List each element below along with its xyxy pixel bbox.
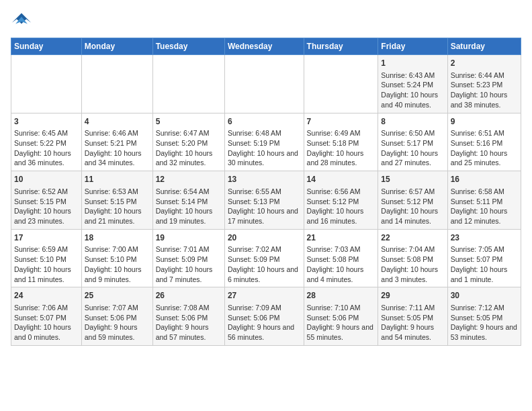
day-number: 17 [14,232,79,244]
calendar-week-row: 3Sunrise: 6:45 AMSunset: 5:22 PMDaylight… [11,113,521,171]
day-info: Daylight: 9 hours and 53 minutes. [451,322,518,342]
calendar-cell: 7Sunrise: 6:49 AMSunset: 5:18 PMDaylight… [304,113,378,171]
day-info: Sunset: 5:08 PM [381,255,444,265]
day-info: Daylight: 10 hours and 7 minutes. [156,265,222,284]
weekday-header: Thursday [304,38,378,55]
calendar-week-row: 1Sunrise: 6:43 AMSunset: 5:24 PMDaylight… [11,55,521,113]
day-info: Sunrise: 6:50 AM [381,128,444,138]
calendar-cell: 20Sunrise: 7:02 AMSunset: 5:09 PMDayligh… [224,229,304,287]
weekday-header: Friday [378,38,447,55]
calendar-cell [11,55,82,113]
day-info: Sunrise: 6:43 AM [381,71,444,81]
day-number: 26 [156,290,222,302]
day-info: Sunset: 5:23 PM [451,80,518,90]
day-info: Sunset: 5:20 PM [156,138,222,148]
calendar-cell: 10Sunrise: 6:52 AMSunset: 5:15 PMDayligh… [11,171,82,230]
calendar-cell: 27Sunrise: 7:09 AMSunset: 5:06 PMDayligh… [224,287,304,346]
day-info: Daylight: 10 hours and 25 minutes. [451,148,518,168]
day-info: Sunset: 5:10 PM [85,255,150,265]
day-info: Daylight: 10 hours and 11 minutes. [14,265,79,284]
day-info: Sunrise: 7:06 AM [14,303,79,313]
day-info: Sunset: 5:17 PM [381,138,444,148]
day-number: 23 [451,232,518,244]
calendar-cell: 3Sunrise: 6:45 AMSunset: 5:22 PMDaylight… [11,113,82,171]
calendar-cell [152,55,224,113]
day-info: Sunset: 5:24 PM [381,80,444,90]
calendar-cell: 1Sunrise: 6:43 AMSunset: 5:24 PMDaylight… [378,55,447,113]
day-number: 10 [14,174,79,185]
day-number: 6 [228,116,301,128]
day-number: 13 [228,174,301,185]
calendar-header: SundayMondayTuesdayWednesdayThursdayFrid… [11,38,521,55]
calendar-cell [81,55,152,113]
day-info: Sunrise: 6:57 AM [381,187,444,197]
day-number: 1 [381,58,444,69]
day-info: Daylight: 10 hours and 30 minutes. [228,148,301,168]
calendar-week-row: 17Sunrise: 6:59 AMSunset: 5:10 PMDayligh… [11,229,521,287]
calendar-cell: 9Sunrise: 6:51 AMSunset: 5:16 PMDaylight… [447,113,521,171]
day-info: Sunrise: 6:51 AM [451,128,518,138]
logo-icon [11,11,32,32]
day-info: Daylight: 10 hours and 16 minutes. [307,206,375,226]
logo [11,11,35,32]
day-info: Sunset: 5:19 PM [228,138,301,148]
day-info: Daylight: 9 hours and 57 minutes. [156,322,222,342]
day-info: Sunset: 5:13 PM [228,197,301,207]
day-info: Sunset: 5:21 PM [85,138,150,148]
day-number: 20 [228,232,301,244]
day-number: 24 [14,290,79,302]
day-info: Sunrise: 6:47 AM [156,128,222,138]
day-info: Sunset: 5:16 PM [451,138,518,148]
day-info: Sunset: 5:06 PM [228,313,301,323]
day-info: Sunset: 5:07 PM [14,313,79,323]
weekday-header: Sunday [11,38,82,55]
calendar-cell: 13Sunrise: 6:55 AMSunset: 5:13 PMDayligh… [224,171,304,230]
day-number: 3 [14,116,79,128]
day-number: 22 [381,232,444,244]
calendar-cell: 8Sunrise: 6:50 AMSunset: 5:17 PMDaylight… [378,113,447,171]
day-info: Sunset: 5:06 PM [85,313,150,323]
calendar-cell: 24Sunrise: 7:06 AMSunset: 5:07 PMDayligh… [11,287,82,346]
calendar-cell: 30Sunrise: 7:12 AMSunset: 5:05 PMDayligh… [447,287,521,346]
day-info: Sunset: 5:05 PM [381,313,444,323]
day-info: Daylight: 10 hours and 17 minutes. [228,206,301,226]
day-info: Daylight: 10 hours and 9 minutes. [85,265,150,284]
day-info: Daylight: 9 hours and 54 minutes. [381,322,444,342]
page-header [11,11,521,32]
day-info: Daylight: 10 hours and 3 minutes. [381,265,444,284]
calendar-cell: 21Sunrise: 7:03 AMSunset: 5:08 PMDayligh… [304,229,378,287]
day-info: Sunrise: 6:53 AM [85,187,150,197]
day-info: Daylight: 10 hours and 14 minutes. [381,206,444,226]
day-info: Daylight: 10 hours and 21 minutes. [85,206,150,226]
day-info: Daylight: 10 hours and 32 minutes. [156,148,222,168]
day-info: Sunset: 5:09 PM [156,255,222,265]
day-info: Sunrise: 7:02 AM [228,244,301,255]
day-info: Daylight: 10 hours and 6 minutes. [228,265,301,284]
day-info: Sunset: 5:15 PM [14,197,79,207]
day-info: Sunrise: 6:56 AM [307,187,375,197]
weekday-header: Wednesday [224,38,304,55]
calendar-cell: 6Sunrise: 6:48 AMSunset: 5:19 PMDaylight… [224,113,304,171]
day-number: 15 [381,174,444,185]
day-info: Daylight: 10 hours and 19 minutes. [156,206,222,226]
day-number: 25 [85,290,150,302]
calendar-cell: 2Sunrise: 6:44 AMSunset: 5:23 PMDaylight… [447,55,521,113]
day-info: Sunrise: 7:07 AM [85,303,150,313]
day-number: 16 [451,174,518,185]
calendar-cell: 26Sunrise: 7:08 AMSunset: 5:06 PMDayligh… [152,287,224,346]
weekday-header: Monday [81,38,152,55]
day-info: Sunrise: 7:08 AM [156,303,222,313]
day-number: 9 [451,116,518,128]
day-number: 21 [307,232,375,244]
calendar-body: 1Sunrise: 6:43 AMSunset: 5:24 PMDaylight… [11,55,521,346]
day-info: Daylight: 9 hours and 59 minutes. [85,322,150,342]
calendar-cell: 19Sunrise: 7:01 AMSunset: 5:09 PMDayligh… [152,229,224,287]
day-info: Sunset: 5:12 PM [381,197,444,207]
day-info: Sunrise: 6:44 AM [451,71,518,81]
weekday-header: Tuesday [152,38,224,55]
day-info: Sunrise: 6:59 AM [14,244,79,255]
day-info: Sunrise: 6:49 AM [307,128,375,138]
day-number: 18 [85,232,150,244]
day-info: Sunset: 5:15 PM [85,197,150,207]
day-info: Daylight: 10 hours and 23 minutes. [14,206,79,226]
